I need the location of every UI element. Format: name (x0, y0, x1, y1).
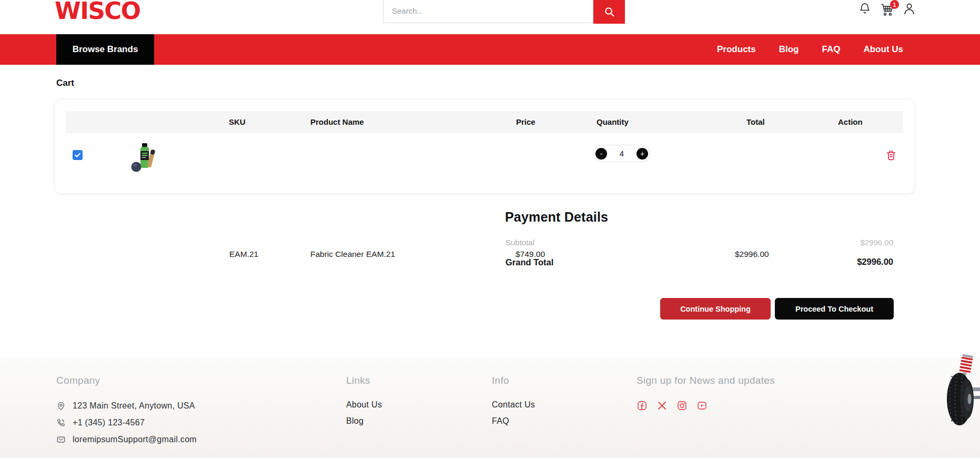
search-input[interactable] (383, 0, 593, 23)
main-navbar: Browse Brands Products Blog FAQ About Us (0, 34, 980, 65)
notifications-bell-icon[interactable] (858, 2, 871, 17)
quantity-increase-button[interactable]: + (637, 148, 648, 160)
delete-item-button[interactable] (885, 148, 898, 162)
nav-link-blog[interactable]: Blog (779, 44, 799, 55)
nav-link-faq[interactable]: FAQ (822, 44, 841, 55)
footer-phone: +1 (345) 123-4567 (73, 418, 145, 427)
column-header-name: Product Name (310, 111, 364, 133)
product-thumbnail[interactable] (131, 142, 157, 175)
brand-logo[interactable]: WISCO (55, 0, 140, 25)
social-icons-row (637, 400, 775, 411)
footer-email: loremipsumSupport@gmail.com (73, 435, 197, 444)
footer-links-heading: Links (346, 375, 382, 386)
column-header-price: Price (516, 111, 536, 133)
quantity-decrease-button[interactable]: - (595, 148, 607, 160)
grand-total-label: Grand Total (506, 257, 553, 267)
x-twitter-icon[interactable] (656, 400, 668, 411)
column-header-action: Action (838, 111, 863, 133)
continue-shopping-button[interactable]: Continue Shopping (660, 298, 771, 320)
phone-icon (56, 418, 66, 427)
cart-table-card: SKU Product Name Price Quantity Total Ac… (55, 100, 914, 193)
footer-company-column: Company 123 Main Street, Anytown, USA +1… (56, 375, 197, 451)
row-sku: EAM.21 (229, 250, 258, 259)
quantity-value: 4 (620, 149, 624, 158)
facebook-icon[interactable] (637, 400, 648, 411)
subtotal-label: Subtotal (506, 238, 534, 247)
nav-link-about-us[interactable]: About Us (863, 44, 903, 55)
cart-badge: 1 (890, 0, 899, 9)
top-header: WISCO 1 (0, 0, 980, 34)
footer-info-column: Info Contact Us FAQ (492, 375, 535, 433)
check-icon (74, 151, 82, 159)
location-pin-icon (56, 401, 66, 411)
nav-links: Products Blog FAQ About Us (717, 44, 903, 55)
footer-newsletter-column: Sign up for News and updates (637, 375, 775, 411)
page-footer: Company 123 Main Street, Anytown, USA +1… (0, 357, 980, 458)
row-name: Fabric Cleaner EAM.21 (310, 250, 395, 259)
youtube-icon[interactable] (696, 400, 708, 411)
newsletter-heading: Sign up for News and updates (637, 375, 775, 386)
footer-address: 123 Main Street, Anytown, USA (73, 401, 195, 411)
row-total: $2996.00 (735, 250, 769, 259)
subtotal-value: $2996.00 (788, 238, 893, 247)
footer-link-faq[interactable]: FAQ (492, 416, 535, 426)
footer-email-row[interactable]: loremipsumSupport@gmail.com (56, 434, 197, 445)
proceed-to-checkout-button[interactable]: Proceed To Checkout (775, 298, 894, 320)
browse-brands-button[interactable]: Browse Brands (56, 34, 154, 65)
nav-link-products[interactable]: Products (717, 44, 756, 55)
footer-links-column: Links About Us Blog (346, 375, 382, 433)
footer-link-contact-us[interactable]: Contact Us (492, 400, 535, 410)
trash-icon (885, 149, 898, 162)
column-header-quantity: Quantity (597, 111, 629, 133)
footer-info-heading: Info (492, 375, 535, 386)
payment-details-title: Payment Details (505, 210, 608, 225)
tire-suspension-image (947, 353, 980, 429)
quantity-stepper: - 4 + (593, 145, 651, 162)
email-icon (56, 435, 66, 444)
table-header-row (66, 111, 903, 133)
cart-page-title: Cart (56, 78, 74, 88)
footer-company-heading: Company (56, 375, 197, 386)
column-header-total: Total (746, 111, 765, 133)
row-select-checkbox[interactable] (73, 150, 83, 160)
footer-phone-row[interactable]: +1 (345) 123-4567 (56, 417, 197, 429)
search-button[interactable] (593, 0, 625, 24)
footer-address-row: 123 Main Street, Anytown, USA (56, 400, 197, 412)
search-icon (603, 6, 615, 18)
grand-total-value: $2996.00 (788, 257, 893, 267)
wisco-cart-page: WISCO 1 Browse Brands (0, 0, 980, 458)
instagram-icon[interactable] (676, 400, 688, 411)
user-account-icon[interactable] (903, 2, 916, 17)
footer-link-blog[interactable]: Blog (346, 416, 382, 426)
footer-link-about-us[interactable]: About Us (346, 400, 382, 410)
column-header-sku: SKU (229, 111, 246, 133)
